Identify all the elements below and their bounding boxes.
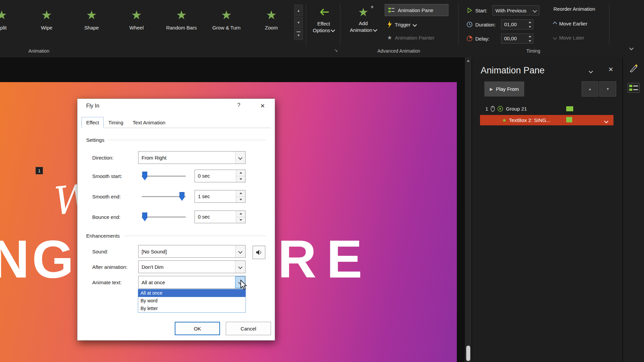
smooth-start-slider-thumb[interactable] <box>142 172 147 180</box>
duration-increase-button[interactable] <box>527 20 533 24</box>
duration-spinner[interactable]: 01,00 <box>501 19 533 29</box>
smooth-start-slider[interactable] <box>142 176 186 177</box>
delay-spinner[interactable]: 00,00 <box>501 34 533 44</box>
slide-title-text-left[interactable]: NG <box>0 232 76 286</box>
fly-in-dialog: Fly In ? × Effect Timing Text Animation … <box>77 99 275 341</box>
smooth-start-increase-button[interactable] <box>236 170 245 176</box>
animate-text-dropdown[interactable]: All at once <box>138 276 246 289</box>
option-all-at-once[interactable]: All at once <box>138 289 246 297</box>
sound-value: [No Sound] <box>139 249 235 254</box>
scrollbar-thumb[interactable] <box>466 346 470 361</box>
play-outline-icon <box>466 7 473 14</box>
sound-dropdown-button[interactable] <box>235 245 245 257</box>
after-animation-dropdown-button[interactable] <box>235 261 245 273</box>
slide-title-text-right[interactable]: RE <box>278 232 372 286</box>
gallery-item-random-bars[interactable]: ★ Random Bars <box>159 5 204 43</box>
bounce-end-decrease-button[interactable] <box>236 217 245 223</box>
group-divider-line <box>124 236 267 236</box>
cancel-button[interactable]: Cancel <box>226 322 271 335</box>
option-by-letter[interactable]: By letter <box>138 305 246 312</box>
timeline-bar-group21[interactable] <box>566 106 573 111</box>
dialog-help-button[interactable]: ? <box>234 102 244 111</box>
animation-list-item-group21[interactable]: 1 Group 21 <box>480 104 614 114</box>
smooth-end-slider[interactable] <box>142 196 186 197</box>
animation-star-icon: ★ <box>0 5 24 25</box>
duration-decrease-button[interactable] <box>527 24 533 29</box>
gallery-scroll-up-button[interactable]: ▴ <box>294 5 303 16</box>
gallery-item-zoom[interactable]: ★ Zoom <box>249 5 294 43</box>
start-row: Start: With Previous <box>466 5 539 15</box>
animation-order-badge[interactable]: 1 <box>36 167 43 174</box>
bounce-end-spinner[interactable]: 0 sec <box>195 210 246 223</box>
direction-dropdown-button[interactable] <box>235 152 245 164</box>
vertical-scrollbar[interactable] <box>465 57 472 362</box>
add-animation-button[interactable]: ★ + Add Animation <box>343 4 383 34</box>
pane-options-button[interactable] <box>589 69 597 75</box>
tab-text-animation[interactable]: Text Animation <box>128 117 170 128</box>
bounce-end-slider-thumb[interactable] <box>142 213 147 221</box>
trigger-button[interactable]: Trigger <box>387 21 416 28</box>
dialog-tab-strip: Effect Timing Text Animation <box>82 116 271 128</box>
format-pen-icon[interactable] <box>628 63 639 73</box>
animate-text-dropdown-button[interactable] <box>235 276 245 288</box>
smooth-end-spinner[interactable]: 1 sec <box>195 190 246 203</box>
gallery-item-wheel[interactable]: ★ Wheel <box>114 5 159 43</box>
gallery-item-split[interactable]: ★ Split <box>0 5 24 43</box>
duration-row: Duration: 01,00 <box>466 19 533 29</box>
tab-timing[interactable]: Timing <box>104 117 128 128</box>
sound-dropdown[interactable]: [No Sound] <box>138 245 246 258</box>
direction-dropdown[interactable]: From Right <box>138 151 246 164</box>
plus-icon: + <box>371 4 374 10</box>
smooth-start-decrease-button[interactable] <box>236 176 245 182</box>
ribbon-animation-tab: ★ Split ★ Wipe ★ Shape ★ Wheel ★ Random … <box>0 0 644 58</box>
delay-spin-buttons <box>527 34 533 43</box>
item-dropdown-button[interactable] <box>605 119 608 124</box>
animation-dialog-launcher-icon[interactable]: ↘ <box>334 48 338 53</box>
effect-options-button[interactable]: Effect Options <box>308 5 339 34</box>
option-by-word[interactable]: By word <box>138 297 246 305</box>
animation-pane-rail-icon[interactable] <box>627 81 640 95</box>
timeline-bar-textbox2[interactable] <box>566 117 572 122</box>
gallery-item-grow-turn[interactable]: ★ Grow & Turn <box>204 5 249 43</box>
smooth-end-slider-thumb[interactable] <box>179 192 184 201</box>
bounce-end-increase-button[interactable] <box>236 211 245 217</box>
start-dropdown[interactable]: With Previous <box>492 5 539 15</box>
pane-move-up-button[interactable]: ▲ <box>582 81 598 97</box>
pane-close-button[interactable]: × <box>606 65 615 74</box>
animation-painter-label: Animation Painter <box>395 35 434 41</box>
move-later-button[interactable]: Move Later <box>553 35 584 41</box>
gallery-scroll-down-button[interactable]: ▾ <box>294 17 303 28</box>
gallery-item-label: Wipe <box>41 25 52 31</box>
play-icon: ▶ <box>490 87 493 92</box>
delay-increase-button[interactable] <box>527 34 533 39</box>
group-label-timing: Timing <box>526 48 540 54</box>
gallery-item-wipe[interactable]: ★ Wipe <box>24 5 69 43</box>
start-value: With Previous <box>495 8 527 13</box>
delay-decrease-button[interactable] <box>527 39 533 43</box>
ok-button[interactable]: OK <box>175 322 220 335</box>
smooth-start-spinner[interactable]: 0 sec <box>195 170 246 182</box>
sound-volume-button[interactable] <box>253 246 265 259</box>
play-from-button[interactable]: ▶ Play From <box>484 81 524 97</box>
dialog-close-button[interactable]: × <box>255 100 270 112</box>
animation-painter-button[interactable]: ★ Animation Painter <box>387 34 435 41</box>
gallery-item-label: Random Bars <box>166 25 197 31</box>
pane-move-down-button[interactable]: ▼ <box>599 81 616 97</box>
chevron-down-icon <box>238 249 243 254</box>
tab-effect[interactable]: Effect <box>82 117 104 128</box>
move-earlier-button[interactable]: Move Earlier <box>553 21 587 26</box>
bounce-end-slider[interactable] <box>142 217 186 218</box>
animation-star-icon: ★ <box>249 5 294 25</box>
gallery-more-button[interactable]: ▾ <box>294 29 303 40</box>
animation-pane-button[interactable]: Animation Pane <box>385 4 448 16</box>
animation-pane-button-label: Animation Pane <box>398 7 433 13</box>
scroll-up-arrow-icon[interactable] <box>467 60 470 62</box>
collapse-ribbon-button[interactable] <box>630 46 633 51</box>
gallery-item-shape[interactable]: ★ Shape <box>69 5 114 43</box>
after-animation-dropdown[interactable]: Don't Dim <box>138 260 246 273</box>
smooth-end-decrease-button[interactable] <box>236 197 245 203</box>
triangle-down-icon <box>529 26 531 28</box>
effect-options-label-1: Effect <box>308 20 339 27</box>
smooth-end-increase-button[interactable] <box>236 190 245 197</box>
animation-list-item-textbox2[interactable]: ★ TextBox 2: SING... <box>480 115 613 125</box>
